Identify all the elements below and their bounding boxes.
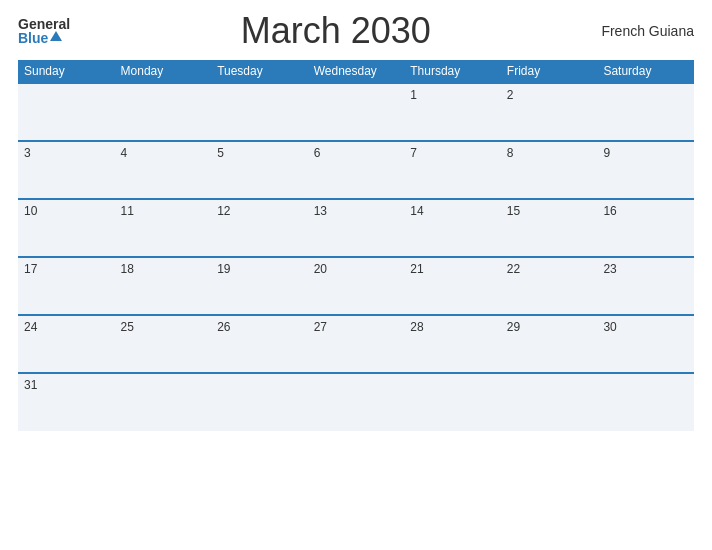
calendar-cell: 20 xyxy=(308,257,405,315)
day-header-sunday: Sunday xyxy=(18,60,115,83)
calendar-cell xyxy=(211,373,308,431)
day-number: 30 xyxy=(603,320,616,334)
day-number: 29 xyxy=(507,320,520,334)
day-number: 5 xyxy=(217,146,224,160)
day-number: 18 xyxy=(121,262,134,276)
calendar-cell: 1 xyxy=(404,83,501,141)
calendar-week-row: 24252627282930 xyxy=(18,315,694,373)
calendar-week-row: 31 xyxy=(18,373,694,431)
calendar-cell xyxy=(308,373,405,431)
calendar-cell xyxy=(501,373,598,431)
day-number: 24 xyxy=(24,320,37,334)
day-number: 28 xyxy=(410,320,423,334)
day-number: 23 xyxy=(603,262,616,276)
calendar-cell xyxy=(597,83,694,141)
calendar-cell: 3 xyxy=(18,141,115,199)
calendar-cell: 13 xyxy=(308,199,405,257)
calendar-cell: 30 xyxy=(597,315,694,373)
day-number: 27 xyxy=(314,320,327,334)
day-number: 26 xyxy=(217,320,230,334)
calendar-cell: 6 xyxy=(308,141,405,199)
calendar-cell: 17 xyxy=(18,257,115,315)
day-header-thursday: Thursday xyxy=(404,60,501,83)
day-number: 14 xyxy=(410,204,423,218)
calendar-cell: 31 xyxy=(18,373,115,431)
calendar-week-row: 3456789 xyxy=(18,141,694,199)
calendar-header: SundayMondayTuesdayWednesdayThursdayFrid… xyxy=(18,60,694,83)
calendar-week-row: 12 xyxy=(18,83,694,141)
day-number: 4 xyxy=(121,146,128,160)
calendar-cell: 25 xyxy=(115,315,212,373)
day-number: 15 xyxy=(507,204,520,218)
logo: General Blue xyxy=(18,17,70,45)
calendar-cell: 24 xyxy=(18,315,115,373)
calendar-cell xyxy=(308,83,405,141)
calendar-cell: 14 xyxy=(404,199,501,257)
calendar-title: March 2030 xyxy=(241,10,431,52)
day-header-monday: Monday xyxy=(115,60,212,83)
calendar-table: SundayMondayTuesdayWednesdayThursdayFrid… xyxy=(18,60,694,431)
day-number: 16 xyxy=(603,204,616,218)
calendar-cell: 10 xyxy=(18,199,115,257)
calendar-cell: 19 xyxy=(211,257,308,315)
calendar-cell xyxy=(597,373,694,431)
calendar-cell: 29 xyxy=(501,315,598,373)
calendar-cell: 7 xyxy=(404,141,501,199)
day-header-wednesday: Wednesday xyxy=(308,60,405,83)
day-header-friday: Friday xyxy=(501,60,598,83)
day-number: 2 xyxy=(507,88,514,102)
day-number: 6 xyxy=(314,146,321,160)
calendar-cell: 12 xyxy=(211,199,308,257)
day-number: 12 xyxy=(217,204,230,218)
calendar-cell xyxy=(115,373,212,431)
region-label: French Guiana xyxy=(601,23,694,39)
day-number: 9 xyxy=(603,146,610,160)
day-number: 3 xyxy=(24,146,31,160)
logo-triangle-icon xyxy=(50,31,62,41)
day-number: 1 xyxy=(410,88,417,102)
calendar-cell xyxy=(404,373,501,431)
calendar-cell: 9 xyxy=(597,141,694,199)
calendar-cell xyxy=(18,83,115,141)
calendar-cell: 28 xyxy=(404,315,501,373)
calendar-cell: 23 xyxy=(597,257,694,315)
calendar-cell xyxy=(211,83,308,141)
day-number: 7 xyxy=(410,146,417,160)
day-number: 25 xyxy=(121,320,134,334)
calendar-cell: 2 xyxy=(501,83,598,141)
calendar-week-row: 17181920212223 xyxy=(18,257,694,315)
day-number: 13 xyxy=(314,204,327,218)
day-number: 20 xyxy=(314,262,327,276)
day-number: 31 xyxy=(24,378,37,392)
calendar-cell: 16 xyxy=(597,199,694,257)
day-number: 17 xyxy=(24,262,37,276)
calendar-cell: 18 xyxy=(115,257,212,315)
calendar-cell: 8 xyxy=(501,141,598,199)
calendar-cell: 5 xyxy=(211,141,308,199)
day-number: 8 xyxy=(507,146,514,160)
calendar-cell: 27 xyxy=(308,315,405,373)
calendar-cell: 4 xyxy=(115,141,212,199)
top-header: General Blue March 2030 French Guiana xyxy=(18,10,694,52)
day-number: 10 xyxy=(24,204,37,218)
logo-general-text: General xyxy=(18,17,70,31)
day-number: 22 xyxy=(507,262,520,276)
calendar-cell: 21 xyxy=(404,257,501,315)
day-number: 19 xyxy=(217,262,230,276)
calendar-cell xyxy=(115,83,212,141)
day-number: 21 xyxy=(410,262,423,276)
days-of-week-row: SundayMondayTuesdayWednesdayThursdayFrid… xyxy=(18,60,694,83)
calendar-cell: 26 xyxy=(211,315,308,373)
day-header-tuesday: Tuesday xyxy=(211,60,308,83)
calendar-week-row: 10111213141516 xyxy=(18,199,694,257)
calendar-cell: 15 xyxy=(501,199,598,257)
day-header-saturday: Saturday xyxy=(597,60,694,83)
logo-blue-text: Blue xyxy=(18,31,48,45)
calendar-cell: 22 xyxy=(501,257,598,315)
day-number: 11 xyxy=(121,204,134,218)
calendar-body: 1234567891011121314151617181920212223242… xyxy=(18,83,694,431)
calendar-cell: 11 xyxy=(115,199,212,257)
